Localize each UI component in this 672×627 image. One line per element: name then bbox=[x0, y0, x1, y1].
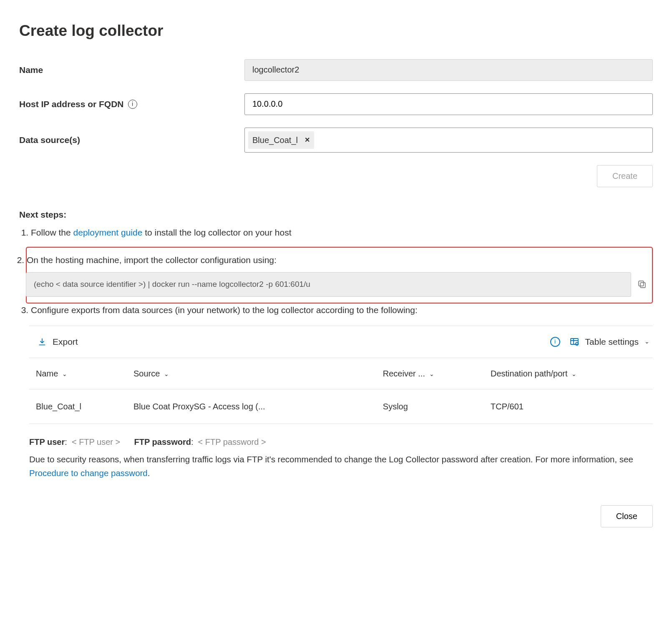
info-icon[interactable]: i bbox=[128, 100, 137, 109]
copy-icon[interactable] bbox=[637, 279, 647, 289]
datasource-label: Data source(s) bbox=[19, 133, 244, 147]
table-row[interactable]: Blue_Coat_l Blue Coat ProxySG - Access l… bbox=[29, 389, 653, 424]
table-settings-icon bbox=[569, 337, 579, 347]
step-1-post: to install the log collector on your hos… bbox=[142, 228, 291, 237]
chevron-down-icon: ⌄ bbox=[429, 371, 434, 377]
download-icon bbox=[38, 337, 47, 346]
col-dest[interactable]: Destination path/port ⌄ bbox=[484, 358, 653, 389]
svg-rect-0 bbox=[640, 283, 645, 288]
table-settings-button[interactable]: Table settings ⌄ bbox=[569, 335, 649, 349]
svg-rect-1 bbox=[639, 281, 644, 286]
datasource-table: Name ⌄ Source ⌄ Receiver ... ⌄ Destinati… bbox=[29, 358, 653, 424]
close-button[interactable]: Close bbox=[601, 505, 653, 527]
chevron-down-icon: ⌄ bbox=[62, 371, 67, 377]
col-receiver[interactable]: Receiver ... ⌄ bbox=[376, 358, 484, 389]
command-block: (echo < data source identifier >) | dock… bbox=[26, 272, 631, 297]
tag-label: Blue_Coat_l bbox=[252, 134, 298, 146]
chevron-down-icon: ⌄ bbox=[644, 337, 649, 346]
host-label: Host IP address or FQDN i bbox=[19, 98, 244, 111]
ftp-user-value: < FTP user > bbox=[72, 437, 120, 446]
step-3: Configure exports from data sources (in … bbox=[31, 303, 653, 481]
note-post: . bbox=[148, 468, 150, 478]
info-icon[interactable]: i bbox=[550, 337, 560, 347]
step-2-text: On the hosting machine, import the colle… bbox=[27, 255, 277, 265]
cell-name: Blue_Coat_l bbox=[29, 389, 127, 424]
table-settings-label: Table settings bbox=[585, 335, 639, 349]
cell-receiver: Syslog bbox=[376, 389, 484, 424]
ftp-pass-value: < FTP password > bbox=[198, 437, 266, 446]
security-note: Due to security reasons, when transferri… bbox=[29, 452, 653, 481]
ftp-credentials: FTP user: < FTP user > FTP password: < F… bbox=[29, 436, 653, 448]
cell-source: Blue Coat ProxySG - Access log (... bbox=[127, 389, 376, 424]
svg-rect-2 bbox=[571, 339, 578, 344]
export-button[interactable]: Export bbox=[38, 335, 78, 349]
name-input[interactable] bbox=[244, 59, 653, 81]
chevron-down-icon: ⌄ bbox=[571, 371, 576, 377]
ftp-pass-label: FTP password bbox=[134, 437, 191, 446]
page-title: Create log collector bbox=[19, 19, 653, 43]
export-label: Export bbox=[53, 335, 78, 349]
name-label: Name bbox=[19, 63, 244, 77]
tag-remove-icon[interactable]: ✕ bbox=[305, 135, 310, 145]
step-1-pre: Follow the bbox=[31, 228, 73, 237]
step-3-text: Configure exports from data sources (in … bbox=[31, 305, 418, 315]
deployment-guide-link[interactable]: deployment guide bbox=[73, 228, 143, 237]
col-name[interactable]: Name ⌄ bbox=[29, 358, 127, 389]
change-password-link[interactable]: Procedure to change password bbox=[29, 468, 148, 478]
datasource-input[interactable]: Blue_Coat_l ✕ bbox=[244, 128, 653, 153]
next-steps-heading: Next steps: bbox=[19, 208, 653, 221]
col-source[interactable]: Source ⌄ bbox=[127, 358, 376, 389]
ftp-user-label: FTP user bbox=[29, 437, 65, 446]
step-1: Follow the deployment guide to install t… bbox=[31, 226, 653, 239]
note-pre: Due to security reasons, when transferri… bbox=[29, 454, 633, 464]
host-input[interactable] bbox=[244, 93, 653, 115]
cell-dest: TCP/601 bbox=[484, 389, 653, 424]
create-button[interactable]: Create bbox=[597, 165, 653, 187]
datasource-tag: Blue_Coat_l ✕ bbox=[248, 131, 314, 149]
step-2: On the hosting machine, import the colle… bbox=[27, 253, 647, 297]
host-label-text: Host IP address or FQDN bbox=[19, 98, 124, 111]
chevron-down-icon: ⌄ bbox=[164, 371, 169, 377]
